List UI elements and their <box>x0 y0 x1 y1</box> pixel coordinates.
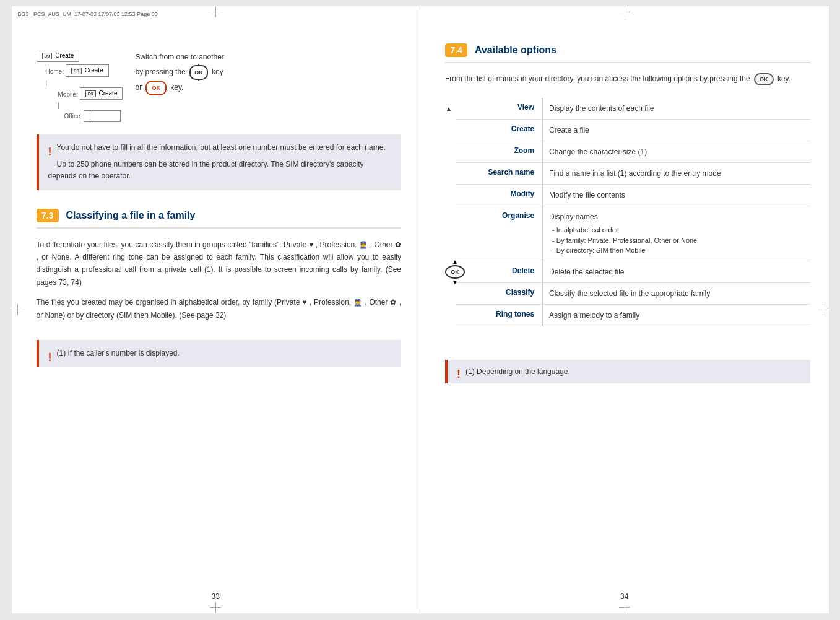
arrow-up-classify: ▲ <box>452 258 458 265</box>
option-desc-4: Modify the file contents <box>542 185 810 206</box>
note-box-2: ! (1) If the caller's number is displaye… <box>37 340 402 367</box>
options-intro: From the list of names in your directory… <box>445 73 810 85</box>
switch-text: Switch from one to another by pressing t… <box>135 50 401 95</box>
option-name-2: Zoom <box>456 141 540 163</box>
option-row-8: Ring tonesAssign a melody to a family <box>456 304 810 326</box>
switch-text-1: Switch from one to another <box>135 53 223 61</box>
right-page: 7.4 Available options From the list of n… <box>420 6 829 613</box>
switch-text-4: or <box>135 83 142 92</box>
mobile-label: Mobile: <box>58 91 78 98</box>
section-73: 7.3 Classifying a file in a family To di… <box>37 209 402 321</box>
right-page-number: 34 <box>620 592 628 601</box>
ch-right-bot-v <box>625 602 625 613</box>
home-label: Home: <box>46 68 64 75</box>
ch-right-top-h <box>619 12 630 12</box>
heart-icon-2: ♥ <box>302 298 307 307</box>
ok-classify-nav: ▲ OK ▼ <box>445 258 465 286</box>
ch-bot-v <box>215 602 216 613</box>
option-name-8: Ring tones <box>456 304 540 326</box>
option-row-7: ClassifyClassify the selected file in th… <box>456 282 810 304</box>
option-name-3: Search name <box>456 163 540 185</box>
sub-sub-menu-create: 09 Create <box>80 87 123 100</box>
option-name-7: Classify <box>456 282 540 304</box>
office-cursor: | <box>89 113 91 120</box>
office-field: | <box>84 110 121 122</box>
ch-right-bot-h <box>619 607 630 608</box>
exclamation-icon-1: ! <box>48 143 52 161</box>
option-row-0: ViewDisplay the contents of each file <box>456 98 810 120</box>
option-desc-3: Find a name in a list (1) according to t… <box>542 163 810 185</box>
option-desc-8: Assign a melody to a family <box>542 304 810 326</box>
page-meta: BG3 _PCS_AUS_UM_17-07-03 17/07/03 12:53 … <box>18 11 158 17</box>
options-table: ViewDisplay the contents of each fileCre… <box>456 98 810 326</box>
top-menu-create: 09 Create <box>37 50 80 62</box>
option-row-5: OrganiseDisplay names:- In alphabetical … <box>456 206 810 261</box>
note1-text1: You do not have to fill in all the infor… <box>48 142 392 154</box>
option-desc-1: Create a file <box>542 120 810 141</box>
ch-right-mid-v <box>823 304 823 315</box>
sub-menu-label: Create <box>85 67 103 74</box>
section-73-title: Classifying a file in a family <box>66 210 196 221</box>
create-diagram: 09 Create Home: 09 Create <box>37 50 402 122</box>
note1-text2: Up to 250 phone numbers can be stored in… <box>48 159 392 182</box>
body-text-2: The files you created may be organised i… <box>37 296 402 321</box>
option-sub-5: - In alphabetical order- By family: Priv… <box>549 225 803 256</box>
home-cursor: | <box>46 79 123 86</box>
option-row-1: CreateCreate a file <box>456 120 810 141</box>
intro-text: From the list of names in your directory… <box>445 74 750 83</box>
intro-end: key: <box>777 74 791 83</box>
option-name-1: Create <box>456 120 540 141</box>
option-desc-0: Display the contents of each file <box>542 98 810 120</box>
section-73-badge: 7.3 <box>37 209 59 222</box>
ch-right-mid-h <box>818 310 829 310</box>
option-name-5: Organise <box>456 206 540 261</box>
option-row-2: ZoomChange the character size (1) <box>456 141 810 163</box>
options-table-wrapper: ▲ ViewDisplay the contents of each fileC… <box>445 98 810 339</box>
option-row-3: Search nameFind a name in a list (1) acc… <box>456 163 810 185</box>
arrow-up-icon: ▲ <box>445 105 452 113</box>
switch-text-3: key <box>212 68 223 76</box>
option-name-0: View <box>456 98 540 120</box>
option-desc-2: Change the character size (1) <box>542 141 810 163</box>
other-icon: ✿ <box>395 240 401 249</box>
note2-text: (1) If the caller's number is displayed. <box>57 349 180 357</box>
body-text-1: To differentiate your files, you can cla… <box>37 238 402 289</box>
switch-text-5: key. <box>170 83 183 92</box>
section-74-title: Available options <box>475 45 556 56</box>
option-sub-item: - By directory: SIM then Mobile <box>552 245 803 256</box>
menu-boxes: 09 Create Home: 09 Create <box>37 50 123 122</box>
left-page-number: 33 <box>212 592 220 601</box>
mobile-cursor: | <box>58 102 123 109</box>
section-73-header: 7.3 Classifying a file in a family <box>37 209 402 229</box>
section-74-badge: 7.4 <box>445 43 467 57</box>
sub-menu-create: 09 Create <box>66 64 109 77</box>
office-label: Office: <box>64 113 82 120</box>
other-icon-2: ✿ <box>390 298 397 307</box>
ch-bot-h <box>210 607 221 608</box>
ch-top-h <box>210 12 221 12</box>
profession-icon: 👮 <box>359 241 368 248</box>
top-menu-label: Create <box>55 52 74 59</box>
menu-icon-09-top: 09 <box>42 53 53 59</box>
arrow-down-classify: ▼ <box>452 279 458 286</box>
section-74-header: 7.4 Available options <box>445 43 810 63</box>
ok-classify-btn: OK <box>445 265 465 279</box>
side-nav: ▲ <box>445 98 456 339</box>
profession-icon-2: 👮 <box>353 299 363 306</box>
option-desc-7: Classify the selected file in the approp… <box>542 282 810 304</box>
exclamation-icon-right: ! <box>457 366 461 383</box>
option-sub-item: - In alphabetical order <box>552 225 803 235</box>
option-row-4: ModifyModify the file contents <box>456 185 810 206</box>
page-container: BG3 _PCS_AUS_UM_17-07-03 17/07/03 12:53 … <box>12 6 829 613</box>
exclamation-icon-2: ! <box>48 349 52 367</box>
option-desc-5: Display names:- In alphabetical order- B… <box>542 206 810 261</box>
ok-nav-btn: OK <box>754 73 774 85</box>
option-sub-item: - By family: Private, Professional, Othe… <box>552 235 803 246</box>
heart-icon: ♥ <box>309 240 313 249</box>
ok-classify-wrapper: ▲ OK ▼ <box>445 258 810 286</box>
right-note: ! (1) Depending on the language. <box>445 360 810 383</box>
option-name-4: Modify <box>456 185 540 206</box>
right-note-text: (1) Depending on the language. <box>465 367 570 376</box>
ok-button-2: OK <box>145 81 167 95</box>
menu-icon-09-subsub: 09 <box>85 90 96 97</box>
